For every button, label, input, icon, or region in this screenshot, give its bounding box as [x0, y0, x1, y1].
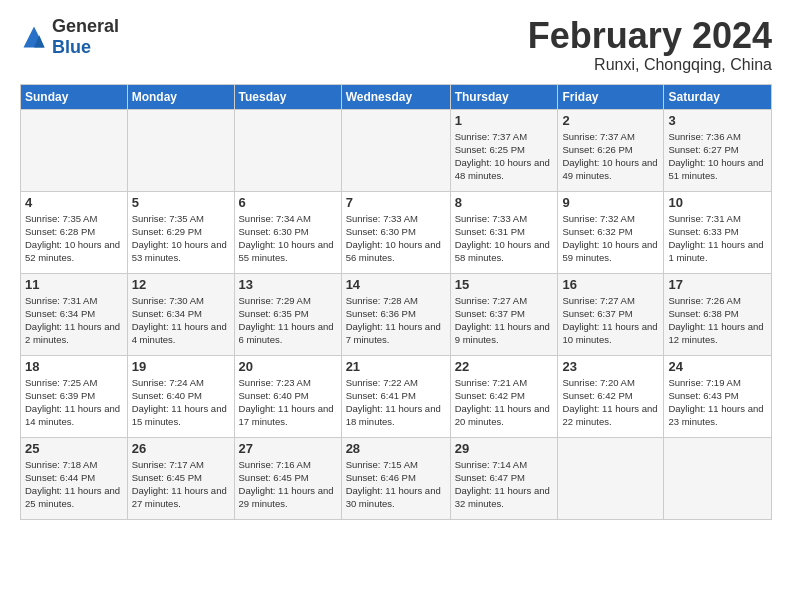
day-number: 16: [562, 277, 659, 292]
day-number: 19: [132, 359, 230, 374]
calendar-cell: 10Sunrise: 7:31 AM Sunset: 6:33 PM Dayli…: [664, 191, 772, 273]
calendar-week-2: 4Sunrise: 7:35 AM Sunset: 6:28 PM Daylig…: [21, 191, 772, 273]
calendar-cell: 15Sunrise: 7:27 AM Sunset: 6:37 PM Dayli…: [450, 273, 558, 355]
logo-blue: Blue: [52, 37, 91, 57]
logo-general: General: [52, 16, 119, 36]
day-number: 14: [346, 277, 446, 292]
day-number: 23: [562, 359, 659, 374]
calendar-cell: 26Sunrise: 7:17 AM Sunset: 6:45 PM Dayli…: [127, 437, 234, 519]
calendar-cell: 25Sunrise: 7:18 AM Sunset: 6:44 PM Dayli…: [21, 437, 128, 519]
col-saturday: Saturday: [664, 84, 772, 109]
day-number: 6: [239, 195, 337, 210]
calendar-cell: 7Sunrise: 7:33 AM Sunset: 6:30 PM Daylig…: [341, 191, 450, 273]
day-info: Sunrise: 7:37 AM Sunset: 6:26 PM Dayligh…: [562, 130, 659, 183]
calendar-cell: [127, 109, 234, 191]
day-info: Sunrise: 7:24 AM Sunset: 6:40 PM Dayligh…: [132, 376, 230, 429]
calendar-cell: 4Sunrise: 7:35 AM Sunset: 6:28 PM Daylig…: [21, 191, 128, 273]
day-number: 8: [455, 195, 554, 210]
day-info: Sunrise: 7:19 AM Sunset: 6:43 PM Dayligh…: [668, 376, 767, 429]
calendar-cell: 16Sunrise: 7:27 AM Sunset: 6:37 PM Dayli…: [558, 273, 664, 355]
day-info: Sunrise: 7:22 AM Sunset: 6:41 PM Dayligh…: [346, 376, 446, 429]
calendar-cell: [21, 109, 128, 191]
calendar-cell: [664, 437, 772, 519]
day-number: 2: [562, 113, 659, 128]
col-sunday: Sunday: [21, 84, 128, 109]
day-info: Sunrise: 7:31 AM Sunset: 6:33 PM Dayligh…: [668, 212, 767, 265]
calendar-cell: 6Sunrise: 7:34 AM Sunset: 6:30 PM Daylig…: [234, 191, 341, 273]
day-info: Sunrise: 7:21 AM Sunset: 6:42 PM Dayligh…: [455, 376, 554, 429]
day-info: Sunrise: 7:25 AM Sunset: 6:39 PM Dayligh…: [25, 376, 123, 429]
calendar-cell: 19Sunrise: 7:24 AM Sunset: 6:40 PM Dayli…: [127, 355, 234, 437]
calendar-week-1: 1Sunrise: 7:37 AM Sunset: 6:25 PM Daylig…: [21, 109, 772, 191]
calendar-cell: [558, 437, 664, 519]
day-number: 1: [455, 113, 554, 128]
day-number: 3: [668, 113, 767, 128]
day-number: 26: [132, 441, 230, 456]
day-info: Sunrise: 7:15 AM Sunset: 6:46 PM Dayligh…: [346, 458, 446, 511]
calendar-cell: 21Sunrise: 7:22 AM Sunset: 6:41 PM Dayli…: [341, 355, 450, 437]
calendar-cell: 9Sunrise: 7:32 AM Sunset: 6:32 PM Daylig…: [558, 191, 664, 273]
day-info: Sunrise: 7:17 AM Sunset: 6:45 PM Dayligh…: [132, 458, 230, 511]
calendar-cell: 14Sunrise: 7:28 AM Sunset: 6:36 PM Dayli…: [341, 273, 450, 355]
calendar-cell: 29Sunrise: 7:14 AM Sunset: 6:47 PM Dayli…: [450, 437, 558, 519]
calendar-week-4: 18Sunrise: 7:25 AM Sunset: 6:39 PM Dayli…: [21, 355, 772, 437]
header: General Blue February 2024 Runxi, Chongq…: [20, 16, 772, 74]
title-area: February 2024 Runxi, Chongqing, China: [528, 16, 772, 74]
logo-text: General Blue: [52, 16, 119, 58]
calendar-cell: 2Sunrise: 7:37 AM Sunset: 6:26 PM Daylig…: [558, 109, 664, 191]
day-info: Sunrise: 7:36 AM Sunset: 6:27 PM Dayligh…: [668, 130, 767, 183]
day-info: Sunrise: 7:18 AM Sunset: 6:44 PM Dayligh…: [25, 458, 123, 511]
day-info: Sunrise: 7:29 AM Sunset: 6:35 PM Dayligh…: [239, 294, 337, 347]
day-number: 9: [562, 195, 659, 210]
day-info: Sunrise: 7:33 AM Sunset: 6:30 PM Dayligh…: [346, 212, 446, 265]
page: General Blue February 2024 Runxi, Chongq…: [0, 0, 792, 530]
calendar-cell: 23Sunrise: 7:20 AM Sunset: 6:42 PM Dayli…: [558, 355, 664, 437]
day-info: Sunrise: 7:35 AM Sunset: 6:29 PM Dayligh…: [132, 212, 230, 265]
day-number: 12: [132, 277, 230, 292]
logo: General Blue: [20, 16, 119, 58]
calendar-cell: 20Sunrise: 7:23 AM Sunset: 6:40 PM Dayli…: [234, 355, 341, 437]
day-number: 13: [239, 277, 337, 292]
calendar-week-5: 25Sunrise: 7:18 AM Sunset: 6:44 PM Dayli…: [21, 437, 772, 519]
day-number: 27: [239, 441, 337, 456]
day-info: Sunrise: 7:26 AM Sunset: 6:38 PM Dayligh…: [668, 294, 767, 347]
day-info: Sunrise: 7:32 AM Sunset: 6:32 PM Dayligh…: [562, 212, 659, 265]
calendar-cell: 13Sunrise: 7:29 AM Sunset: 6:35 PM Dayli…: [234, 273, 341, 355]
day-info: Sunrise: 7:33 AM Sunset: 6:31 PM Dayligh…: [455, 212, 554, 265]
day-number: 17: [668, 277, 767, 292]
day-number: 29: [455, 441, 554, 456]
calendar-table: Sunday Monday Tuesday Wednesday Thursday…: [20, 84, 772, 520]
calendar-cell: 12Sunrise: 7:30 AM Sunset: 6:34 PM Dayli…: [127, 273, 234, 355]
day-info: Sunrise: 7:14 AM Sunset: 6:47 PM Dayligh…: [455, 458, 554, 511]
day-info: Sunrise: 7:31 AM Sunset: 6:34 PM Dayligh…: [25, 294, 123, 347]
day-info: Sunrise: 7:35 AM Sunset: 6:28 PM Dayligh…: [25, 212, 123, 265]
day-number: 24: [668, 359, 767, 374]
location-subtitle: Runxi, Chongqing, China: [528, 56, 772, 74]
day-info: Sunrise: 7:16 AM Sunset: 6:45 PM Dayligh…: [239, 458, 337, 511]
calendar-week-3: 11Sunrise: 7:31 AM Sunset: 6:34 PM Dayli…: [21, 273, 772, 355]
calendar-cell: 22Sunrise: 7:21 AM Sunset: 6:42 PM Dayli…: [450, 355, 558, 437]
day-info: Sunrise: 7:28 AM Sunset: 6:36 PM Dayligh…: [346, 294, 446, 347]
col-monday: Monday: [127, 84, 234, 109]
calendar-cell: 8Sunrise: 7:33 AM Sunset: 6:31 PM Daylig…: [450, 191, 558, 273]
calendar-cell: 27Sunrise: 7:16 AM Sunset: 6:45 PM Dayli…: [234, 437, 341, 519]
col-tuesday: Tuesday: [234, 84, 341, 109]
day-number: 18: [25, 359, 123, 374]
day-number: 4: [25, 195, 123, 210]
day-number: 11: [25, 277, 123, 292]
calendar-cell: 3Sunrise: 7:36 AM Sunset: 6:27 PM Daylig…: [664, 109, 772, 191]
calendar-cell: 1Sunrise: 7:37 AM Sunset: 6:25 PM Daylig…: [450, 109, 558, 191]
calendar-cell: 5Sunrise: 7:35 AM Sunset: 6:29 PM Daylig…: [127, 191, 234, 273]
day-number: 10: [668, 195, 767, 210]
day-number: 25: [25, 441, 123, 456]
day-number: 5: [132, 195, 230, 210]
col-friday: Friday: [558, 84, 664, 109]
calendar-cell: 11Sunrise: 7:31 AM Sunset: 6:34 PM Dayli…: [21, 273, 128, 355]
day-number: 21: [346, 359, 446, 374]
day-number: 28: [346, 441, 446, 456]
col-wednesday: Wednesday: [341, 84, 450, 109]
calendar-cell: 24Sunrise: 7:19 AM Sunset: 6:43 PM Dayli…: [664, 355, 772, 437]
calendar-cell: [341, 109, 450, 191]
month-title: February 2024: [528, 16, 772, 56]
day-info: Sunrise: 7:20 AM Sunset: 6:42 PM Dayligh…: [562, 376, 659, 429]
